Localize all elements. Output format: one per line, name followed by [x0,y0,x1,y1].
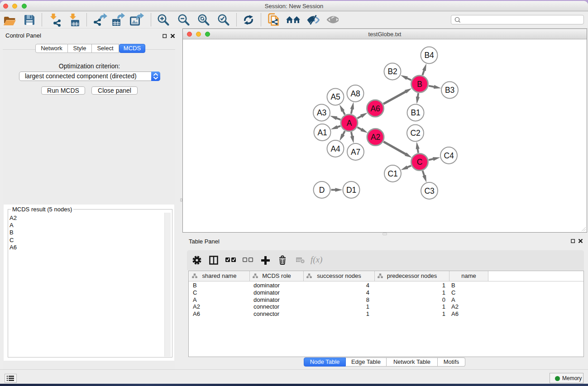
svg-text:A8: A8 [351,89,360,98]
svg-text:C: C [417,157,422,167]
svg-text:C3: C3 [425,186,435,195]
svg-text:C4: C4 [444,151,454,160]
svg-text:A: A [347,119,352,128]
svg-text:D: D [319,186,325,195]
svg-text:A3: A3 [317,108,326,117]
svg-text:A6: A6 [371,104,380,113]
svg-text:A2: A2 [371,133,380,142]
svg-text:B1: B1 [411,108,421,117]
svg-text:C1: C1 [388,169,398,178]
svg-text:B4: B4 [425,51,434,60]
svg-text:A1: A1 [318,128,327,137]
svg-text:A7: A7 [351,148,360,157]
svg-text:A5: A5 [331,92,340,101]
svg-text:D1: D1 [346,186,356,195]
svg-text:B2: B2 [388,67,397,76]
svg-text:A4: A4 [331,144,340,153]
svg-text:B: B [417,80,422,89]
svg-text:B3: B3 [445,86,454,95]
svg-text:C2: C2 [411,129,421,138]
